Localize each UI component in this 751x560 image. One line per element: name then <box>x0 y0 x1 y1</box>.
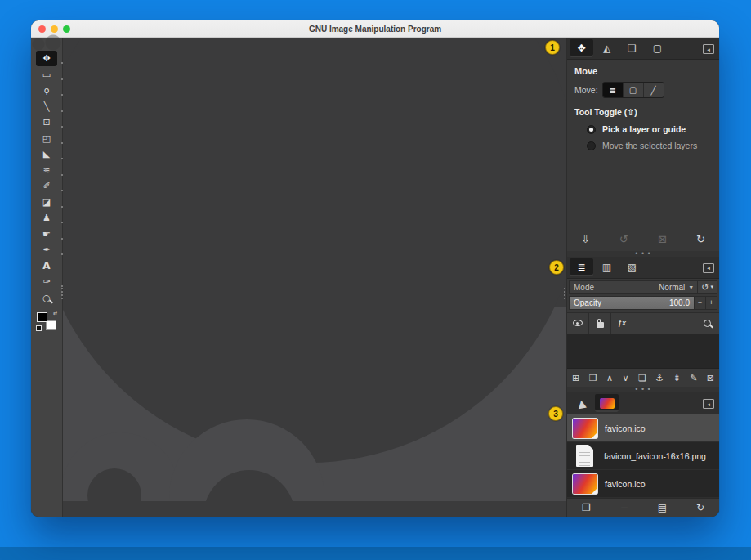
radio-button[interactable] <box>587 141 596 150</box>
dock-separator[interactable]: • • • <box>567 387 719 392</box>
lock-icon <box>597 322 604 328</box>
traffic-light-button[interactable] <box>63 25 70 33</box>
tool-toggle-label: Tool Toggle (⇧) <box>574 107 712 117</box>
layer-action-button[interactable]: ⇟ <box>673 373 681 383</box>
toggle-visibility-button[interactable] <box>567 313 589 334</box>
toolbox-tool[interactable]: ☛ <box>36 226 57 242</box>
swap-colors-icon[interactable]: ⇄ <box>53 311 57 316</box>
traffic-light-button[interactable] <box>38 25 46 33</box>
layers-list[interactable] <box>567 334 719 370</box>
dock-tab[interactable]: ▧ <box>620 258 644 276</box>
dock-separator[interactable]: • • • <box>567 251 719 257</box>
opacity-increase-button[interactable]: + <box>705 297 717 309</box>
toolbox-tool[interactable]: ◪ <box>36 195 57 210</box>
layer-mode-row[interactable]: Mode Normal ▼ ↺ ▾ <box>569 280 717 294</box>
panel-menu-button[interactable]: ◂ <box>703 263 714 273</box>
layer-action-button[interactable]: ❐ <box>589 373 597 383</box>
layer-action-button[interactable]: ✎ <box>690 373 697 383</box>
fg-bg-color-swatches[interactable]: ⇄ <box>37 312 56 330</box>
tool-icon: ≋ <box>42 166 50 175</box>
canvas-area[interactable] <box>63 38 567 517</box>
history-action-button[interactable]: ▤ <box>658 502 667 513</box>
tool-icon: ϙ <box>44 86 50 95</box>
opacity-value: 100.0 <box>669 298 690 307</box>
tool-options-dock: ✥ ◭ ❑ ▢ ◂ Move Move: <box>567 38 719 251</box>
mode-dropdown[interactable]: Normal ▼ <box>659 283 697 292</box>
radio-label: Pick a layer or guide <box>602 124 686 134</box>
layer-action-button[interactable]: ∧ <box>606 373 613 383</box>
layer-action-button[interactable]: ⊠ <box>707 373 714 383</box>
toolbox-tool[interactable]: ╲ <box>36 99 57 114</box>
history-action-button[interactable]: ❐ <box>582 502 591 513</box>
traffic-light-button[interactable] <box>51 25 58 33</box>
dock-tab[interactable]: ✥ <box>570 39 593 57</box>
tab-icon: ❑ <box>628 43 637 53</box>
tool-toggle-radio[interactable]: Move the selected layers <box>587 141 712 150</box>
tool-preset-button[interactable]: ⊠ <box>658 233 667 245</box>
toolbox-tool[interactable]: ◣ <box>36 146 57 162</box>
dock-tab[interactable]: ▲ <box>570 394 593 412</box>
tool-icon: ✥ <box>42 54 50 63</box>
toolbox-tool[interactable]: ◰ <box>36 131 57 146</box>
mode-reset-button[interactable]: ↺ ▾ <box>697 281 717 293</box>
toolbox: ✥ ▭ ϙ ╲ ⊡ ◰ ◣ ≋ <box>31 38 63 517</box>
radio-button[interactable] <box>587 125 596 134</box>
dock-tab[interactable]: ❑ <box>620 39 644 57</box>
tool-options-title: Move <box>574 66 712 76</box>
file-thumbnail <box>576 445 593 467</box>
dock-tab[interactable]: ≣ <box>570 258 593 276</box>
opacity-label: Opacity <box>574 298 601 307</box>
move-target-button[interactable]: ╱ <box>644 83 664 97</box>
history-footer-toolbar: ❐ − ▤ ↻ <box>567 498 719 517</box>
toolbox-tool[interactable]: ✐ <box>36 178 57 194</box>
panel-menu-button[interactable]: ◂ <box>703 44 714 54</box>
layers-dock: ≣ ▥ ▧ ◂ Mode Normal ▼ <box>567 257 719 388</box>
dock-resize-handle[interactable] <box>563 288 566 302</box>
opacity-slider[interactable]: Opacity 100.0 <box>570 297 694 309</box>
toolbox-tool[interactable]: ≋ <box>36 163 57 178</box>
dock-tab[interactable]: ▢ <box>646 39 669 57</box>
history-action-button[interactable]: − <box>620 502 628 513</box>
layer-action-button[interactable]: ∨ <box>622 373 628 383</box>
toolbox-resize-handle[interactable] <box>60 288 64 302</box>
move-target-button[interactable]: ▢ <box>624 83 644 97</box>
dock-tab[interactable]: ▥ <box>595 258 619 276</box>
layer-action-button[interactable]: ❏ <box>638 373 646 383</box>
search-layers-button[interactable] <box>704 320 719 327</box>
layer-action-button[interactable]: ⊞ <box>572 373 579 383</box>
opacity-decrease-button[interactable]: − <box>694 297 705 309</box>
titlebar[interactable]: GNU Image Manipulation Program <box>31 20 719 38</box>
toolbox-tool[interactable]: ϙ <box>36 83 57 98</box>
toolbox-tool[interactable]: ▭ <box>36 67 57 83</box>
layer-action-button[interactable]: ⚓ <box>655 373 664 383</box>
panel-menu-button[interactable]: ◂ <box>703 399 714 409</box>
dock-tab[interactable]: ◭ <box>595 39 619 57</box>
toolbox-tool[interactable]: ⊡ <box>36 114 57 130</box>
dock-tab[interactable] <box>595 394 619 412</box>
tool-icon: ▭ <box>42 70 51 79</box>
file-thumbnail <box>573 474 597 494</box>
tool-toggle-radio[interactable]: Pick a layer or guide <box>587 124 712 134</box>
tool-preset-button[interactable]: ⇩ <box>581 233 590 245</box>
toolbox-tool[interactable]: ○ <box>36 290 57 306</box>
tool-preset-button[interactable]: ↻ <box>696 233 705 245</box>
default-colors-icon[interactable] <box>36 325 42 331</box>
layer-effects-button[interactable]: ƒx <box>611 313 633 334</box>
lock-pixels-button[interactable] <box>589 313 611 334</box>
history-entry-row[interactable]: favicon.ico <box>567 414 719 442</box>
toolbox-tool[interactable]: ✒ <box>36 242 57 258</box>
tool-preset-toolbar: ⇩ ↺ ⊠ ↻ <box>574 233 712 247</box>
traffic-lights <box>38 25 70 33</box>
toolbox-tool[interactable]: ✥ <box>36 51 57 66</box>
foreground-color-swatch[interactable] <box>37 312 47 322</box>
tool-preset-button[interactable]: ↺ <box>619 233 628 245</box>
history-action-button[interactable]: ↻ <box>696 502 704 513</box>
tab-icon: ▥ <box>602 262 611 272</box>
history-entry-row[interactable]: favicon_favicon-16x16.png <box>567 442 719 470</box>
toolbox-tool[interactable]: A <box>36 258 57 274</box>
move-target-button[interactable]: ≣ <box>603 83 624 97</box>
history-entry-row[interactable]: favicon.ico <box>567 470 719 498</box>
toolbox-tool[interactable]: ♟ <box>36 210 57 226</box>
tab-icon: ≣ <box>577 262 585 272</box>
toolbox-tool[interactable]: ✑ <box>36 274 57 289</box>
